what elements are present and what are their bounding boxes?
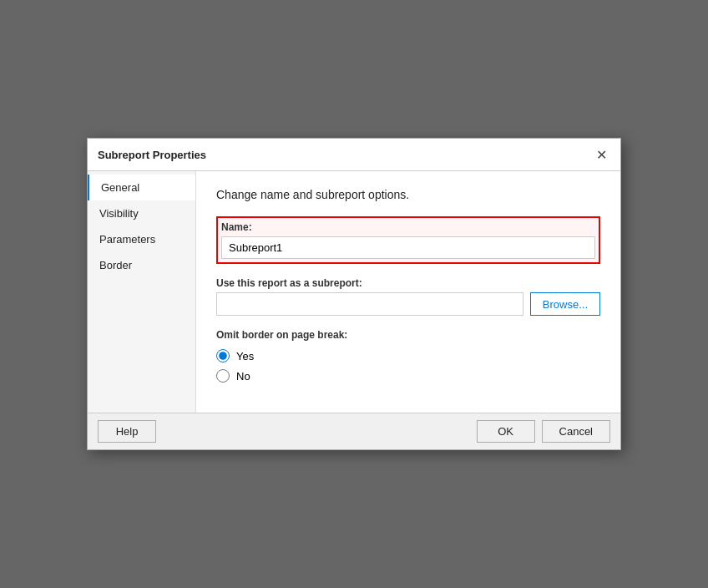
radio-yes[interactable]: Yes	[216, 349, 600, 362]
radio-yes-input[interactable]	[216, 349, 230, 362]
main-content: Change name and subreport options. Name:…	[196, 171, 620, 413]
radio-group: Yes No	[216, 349, 600, 383]
omit-border-group: Omit border on page break: Yes No	[216, 329, 600, 383]
dialog-titlebar: Subreport Properties ✕	[88, 139, 620, 171]
browse-button[interactable]: Browse...	[530, 292, 600, 316]
dialog-title: Subreport Properties	[98, 149, 206, 161]
radio-no-label: No	[236, 370, 250, 383]
name-box: Name:	[216, 216, 600, 264]
dialog-subreport-properties: Subreport Properties ✕ General Visibilit…	[87, 138, 621, 450]
radio-no[interactable]: No	[216, 369, 600, 383]
subreport-label: Use this report as a subreport:	[216, 277, 600, 289]
dialog-footer: Help OK Cancel	[88, 413, 620, 449]
close-button[interactable]: ✕	[592, 145, 610, 164]
name-field-group: Name:	[216, 216, 600, 264]
radio-no-input[interactable]	[216, 369, 230, 383]
name-input[interactable]	[221, 236, 595, 259]
subreport-field-group: Use this report as a subreport: Browse..…	[216, 277, 600, 316]
subreport-input[interactable]	[216, 292, 523, 316]
footer-right: OK Cancel	[477, 420, 610, 443]
cancel-button[interactable]: Cancel	[542, 420, 610, 443]
ok-button[interactable]: OK	[477, 420, 535, 443]
dialog-body: General Visibility Parameters Border Cha…	[88, 171, 620, 413]
sidebar-item-parameters[interactable]: Parameters	[88, 226, 195, 252]
sidebar: General Visibility Parameters Border	[88, 171, 196, 413]
section-heading: Change name and subreport options.	[216, 188, 600, 201]
radio-yes-label: Yes	[236, 350, 254, 362]
sidebar-item-border[interactable]: Border	[88, 252, 195, 278]
sidebar-item-visibility[interactable]: Visibility	[88, 200, 195, 226]
omit-label: Omit border on page break:	[216, 329, 600, 341]
sidebar-item-general[interactable]: General	[88, 175, 195, 200]
footer-left: Help	[98, 420, 156, 443]
subreport-row: Browse...	[216, 292, 600, 316]
help-button[interactable]: Help	[98, 420, 156, 443]
name-label: Name:	[221, 221, 595, 233]
